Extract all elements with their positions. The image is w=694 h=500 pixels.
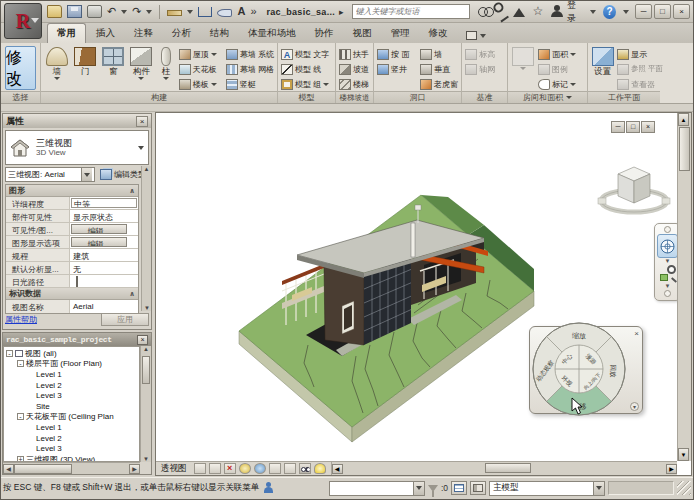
tree-node[interactable]: Level 3 [6, 443, 139, 454]
properties-scrollbar[interactable]: ▲ ▼ [141, 166, 151, 311]
wheel-close-icon[interactable]: × [634, 329, 639, 338]
tree-node[interactable]: -视图 (all) [6, 348, 139, 359]
section-graphics[interactable]: 图形∧ [6, 185, 138, 197]
save-icon[interactable] [67, 5, 82, 18]
worksets-combo[interactable]: 主模型 [489, 481, 605, 496]
wall-opening-button[interactable]: 墙 [419, 47, 459, 61]
model-line-button[interactable]: 模型 线 [280, 62, 330, 76]
column-button[interactable]: 柱 [156, 45, 177, 80]
roof-button[interactable]: 屋顶 [178, 47, 224, 61]
steering-wheel-button[interactable] [657, 234, 678, 258]
editable-only-button[interactable] [451, 481, 467, 495]
edit-display-options-button[interactable]: 编辑... [71, 237, 127, 247]
undo-dropdown-icon[interactable] [121, 10, 127, 14]
open-icon[interactable] [47, 5, 62, 18]
opening-by-face-button[interactable]: 按 面 [376, 47, 418, 61]
properties-header[interactable]: 属性 × [3, 114, 151, 128]
help-icon[interactable]: ? [603, 5, 616, 19]
crop-view-icon[interactable] [269, 463, 281, 474]
wheel-zoom-label[interactable]: 缩放 [572, 332, 586, 340]
search-icon[interactable] [478, 5, 491, 18]
tab-insert[interactable]: 插入 [87, 24, 124, 43]
wall-button[interactable]: 墙 [43, 45, 70, 80]
curtain-grid-button[interactable]: 幕墙 网格 [225, 62, 275, 76]
tree-toggle[interactable]: - [6, 350, 13, 357]
qat-overflow-icon[interactable]: » [250, 5, 256, 18]
vertical-opening-button[interactable]: 垂直 [419, 62, 459, 76]
sun-path-icon[interactable] [224, 463, 236, 474]
signin-label[interactable]: 登录 [567, 0, 583, 25]
measure-dropdown-icon[interactable] [187, 10, 193, 14]
tab-manage[interactable]: 管理 [382, 24, 419, 43]
scroll-right-icon[interactable]: ▶ [129, 464, 140, 474]
canvas-vscrollbar[interactable]: ▲ ▼ [677, 113, 691, 461]
browser-vscrollbar[interactable]: ▲ ▼ [140, 346, 151, 462]
scroll-down-icon[interactable]: ▼ [678, 448, 689, 461]
scroll-thumb[interactable] [142, 356, 150, 384]
tab-analyze[interactable]: 分析 [163, 24, 200, 43]
reveal-hidden-elements-icon[interactable] [314, 463, 326, 474]
drawing-area[interactable]: ▼ ▼ × ▾ 缩放 动态观察 回放 平移 中心 [155, 112, 692, 476]
print-icon[interactable] [87, 5, 102, 18]
tab-modify[interactable]: 修改 [420, 24, 457, 43]
properties-help-link[interactable]: 属性帮助 [5, 314, 37, 325]
redo-icon[interactable]: ↷ [132, 5, 141, 18]
zoom-region-button[interactable] [659, 265, 677, 283]
ramp-button[interactable]: 坡道 [338, 62, 370, 76]
communication-center-icon[interactable] [513, 8, 525, 17]
browser-close-icon[interactable]: × [137, 335, 148, 345]
design-options-combo[interactable] [329, 481, 425, 496]
tree-toggle[interactable]: - [17, 360, 24, 367]
scroll-thumb[interactable] [14, 464, 72, 474]
tab-massing-site[interactable]: 体量和场地 [239, 24, 305, 43]
model-text-button[interactable]: A模型 文字 [280, 47, 330, 61]
property-row[interactable]: 日光路径 [6, 275, 138, 288]
model-group-button[interactable]: 模型 组 [280, 77, 330, 91]
stair-button[interactable]: 楼梯 [338, 77, 370, 91]
redo-dropdown-icon[interactable] [146, 10, 152, 14]
curtain-system-button[interactable]: 幕墙 系统 [225, 47, 275, 61]
door-button[interactable]: 门 [71, 45, 98, 76]
shadows-icon[interactable] [239, 463, 251, 474]
navbar-end-icon[interactable] [664, 290, 671, 297]
tree-node[interactable]: -楼层平面 (Floor Plan) [6, 359, 139, 370]
section-collapse-icon[interactable]: ∧ [129, 187, 135, 195]
property-row[interactable]: 部件可见性显示原状态 [6, 210, 138, 223]
properties-close-icon[interactable]: × [136, 116, 148, 127]
minimize-button[interactable]: ─ [635, 4, 652, 19]
browser-hscrollbar[interactable]: ◀ ▶ [3, 462, 140, 474]
room-tag-button[interactable]: 标记 [537, 77, 583, 91]
wheel-rewind-label[interactable]: 回放 [609, 365, 617, 379]
resize-grip[interactable] [677, 481, 691, 495]
wheel-menu-icon[interactable]: ▾ [630, 402, 639, 411]
mullion-button[interactable]: 竖梃 [225, 77, 275, 91]
press-drag-button[interactable] [470, 481, 486, 495]
application-menu-button[interactable]: R [4, 3, 42, 39]
scroll-down-icon[interactable]: ▼ [144, 305, 150, 311]
tab-collaborate[interactable]: 协作 [306, 24, 343, 43]
maximize-button[interactable]: □ [654, 4, 671, 19]
viewcube[interactable] [596, 159, 672, 217]
area-button[interactable]: 面积 [537, 47, 583, 61]
show-workplane-button[interactable]: 显示 [616, 47, 658, 61]
sun-path-checkbox[interactable] [76, 276, 78, 287]
zoom-dropdown-icon[interactable]: ▼ [665, 284, 671, 289]
tab-structure[interactable]: 结构 [201, 24, 238, 43]
tree-node[interactable]: Site [6, 401, 139, 412]
scroll-thumb[interactable] [679, 127, 690, 171]
navbar-handle-icon[interactable] [664, 226, 671, 233]
temporary-hide-isolate-icon[interactable] [299, 463, 311, 474]
type-selector[interactable]: 三维视图3D View [5, 130, 149, 165]
tree-node[interactable]: Level 1 [6, 369, 139, 380]
tree-node[interactable]: Level 1 [6, 422, 139, 433]
property-row[interactable]: 可见性/图...编辑... [6, 223, 138, 236]
signin-icon[interactable] [550, 5, 563, 18]
scroll-thumb[interactable] [485, 463, 531, 473]
set-workplane-button[interactable]: 设置 [590, 45, 615, 76]
view-scale-label[interactable]: 透视图 [161, 463, 187, 475]
tab-view[interactable]: 视图 [344, 24, 381, 43]
aligned-dimension-icon[interactable] [198, 7, 212, 17]
selection-filter-icon[interactable] [428, 485, 438, 492]
tree-node[interactable]: Level 3 [6, 390, 139, 401]
canvas-hscrollbar[interactable] [343, 462, 667, 475]
